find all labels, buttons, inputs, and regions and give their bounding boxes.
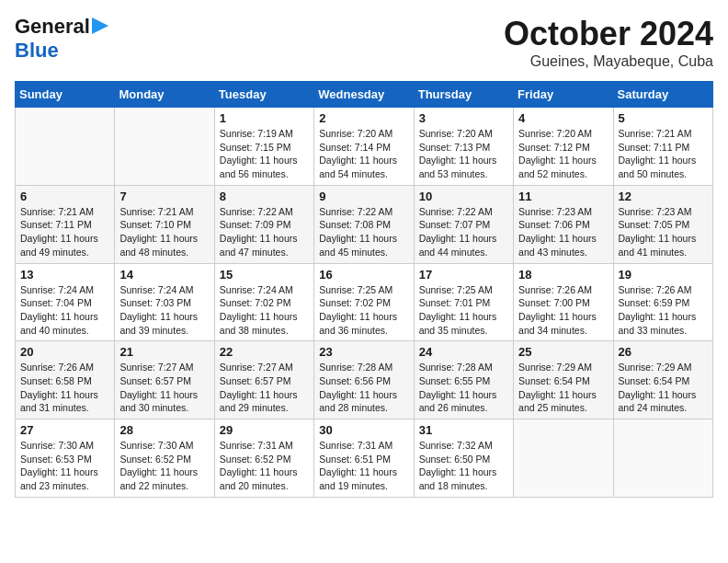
calendar-cell: 11Sunrise: 7:23 AM Sunset: 7:06 PM Dayli… [514, 185, 613, 263]
header-tuesday: Tuesday [214, 82, 313, 108]
calendar-cell: 10Sunrise: 7:22 AM Sunset: 7:07 PM Dayli… [414, 185, 513, 263]
day-info: Sunrise: 7:22 AM Sunset: 7:08 PM Dayligh… [319, 205, 408, 259]
logo-text-blue: Blue [15, 39, 59, 62]
svg-marker-0 [92, 17, 108, 34]
day-info: Sunrise: 7:23 AM Sunset: 7:05 PM Dayligh… [619, 205, 708, 259]
calendar-week-2: 6Sunrise: 7:21 AM Sunset: 7:11 PM Daylig… [16, 185, 713, 263]
day-number: 28 [119, 423, 209, 437]
day-info: Sunrise: 7:23 AM Sunset: 7:06 PM Dayligh… [518, 205, 608, 259]
day-info: Sunrise: 7:31 AM Sunset: 6:52 PM Dayligh… [220, 439, 309, 493]
day-number: 9 [319, 190, 408, 203]
title-area: October 2024 Gueines, Mayabeque, Cuba [504, 15, 713, 70]
day-number: 22 [220, 345, 309, 359]
day-info: Sunrise: 7:27 AM Sunset: 6:57 PM Dayligh… [119, 361, 209, 415]
day-info: Sunrise: 7:20 AM Sunset: 7:14 PM Dayligh… [319, 127, 408, 181]
calendar-cell: 26Sunrise: 7:29 AM Sunset: 6:54 PM Dayli… [613, 341, 712, 419]
day-info: Sunrise: 7:21 AM Sunset: 7:11 PM Dayligh… [20, 205, 109, 259]
day-number: 24 [419, 345, 508, 359]
calendar-cell: 1Sunrise: 7:19 AM Sunset: 7:15 PM Daylig… [214, 108, 313, 186]
calendar-cell [16, 108, 115, 186]
day-info: Sunrise: 7:27 AM Sunset: 6:57 PM Dayligh… [220, 361, 309, 415]
day-info: Sunrise: 7:26 AM Sunset: 6:59 PM Dayligh… [619, 283, 708, 338]
day-number: 11 [518, 190, 608, 203]
day-info: Sunrise: 7:25 AM Sunset: 7:02 PM Dayligh… [319, 283, 408, 338]
calendar-cell: 17Sunrise: 7:25 AM Sunset: 7:01 PM Dayli… [414, 263, 513, 341]
day-info: Sunrise: 7:29 AM Sunset: 6:54 PM Dayligh… [518, 361, 608, 415]
day-info: Sunrise: 7:28 AM Sunset: 6:55 PM Dayligh… [419, 361, 508, 415]
day-info: Sunrise: 7:29 AM Sunset: 6:54 PM Dayligh… [619, 361, 708, 415]
day-number: 13 [20, 268, 109, 282]
month-title: October 2024 [504, 15, 713, 53]
day-info: Sunrise: 7:31 AM Sunset: 6:51 PM Dayligh… [319, 439, 408, 493]
day-number: 18 [518, 268, 608, 282]
header-monday: Monday [115, 82, 214, 108]
day-number: 31 [419, 423, 508, 437]
calendar-cell: 7Sunrise: 7:21 AM Sunset: 7:10 PM Daylig… [115, 185, 214, 263]
calendar-cell: 12Sunrise: 7:23 AM Sunset: 7:05 PM Dayli… [613, 185, 712, 263]
day-number: 19 [619, 268, 708, 282]
calendar-cell: 25Sunrise: 7:29 AM Sunset: 6:54 PM Dayli… [514, 341, 613, 419]
day-number: 4 [518, 111, 608, 125]
day-info: Sunrise: 7:26 AM Sunset: 7:00 PM Dayligh… [518, 283, 608, 338]
calendar-cell: 19Sunrise: 7:26 AM Sunset: 6:59 PM Dayli… [613, 263, 712, 341]
day-number: 26 [619, 345, 708, 359]
day-info: Sunrise: 7:19 AM Sunset: 7:15 PM Dayligh… [220, 127, 309, 181]
header-friday: Friday [514, 82, 613, 108]
day-info: Sunrise: 7:24 AM Sunset: 7:04 PM Dayligh… [20, 283, 109, 338]
day-info: Sunrise: 7:32 AM Sunset: 6:50 PM Dayligh… [419, 439, 508, 493]
day-number: 21 [119, 345, 209, 359]
day-number: 14 [119, 268, 209, 282]
day-number: 16 [319, 268, 408, 282]
day-info: Sunrise: 7:28 AM Sunset: 6:56 PM Dayligh… [319, 361, 408, 415]
calendar-cell: 30Sunrise: 7:31 AM Sunset: 6:51 PM Dayli… [314, 419, 414, 498]
day-info: Sunrise: 7:24 AM Sunset: 7:03 PM Dayligh… [119, 283, 209, 338]
calendar-week-3: 13Sunrise: 7:24 AM Sunset: 7:04 PM Dayli… [16, 263, 713, 341]
calendar-cell: 29Sunrise: 7:31 AM Sunset: 6:52 PM Dayli… [214, 419, 313, 498]
day-number: 7 [119, 190, 209, 203]
calendar-cell: 28Sunrise: 7:30 AM Sunset: 6:52 PM Dayli… [115, 419, 214, 498]
calendar-cell: 23Sunrise: 7:28 AM Sunset: 6:56 PM Dayli… [314, 341, 414, 419]
header-wednesday: Wednesday [314, 82, 414, 108]
day-number: 17 [419, 268, 508, 282]
day-info: Sunrise: 7:20 AM Sunset: 7:13 PM Dayligh… [419, 127, 508, 181]
calendar-cell: 13Sunrise: 7:24 AM Sunset: 7:04 PM Dayli… [16, 263, 115, 341]
calendar-cell: 24Sunrise: 7:28 AM Sunset: 6:55 PM Dayli… [414, 341, 513, 419]
day-info: Sunrise: 7:22 AM Sunset: 7:09 PM Dayligh… [220, 205, 309, 259]
calendar-cell [115, 108, 214, 186]
calendar-cell: 15Sunrise: 7:24 AM Sunset: 7:02 PM Dayli… [214, 263, 313, 341]
day-info: Sunrise: 7:21 AM Sunset: 7:10 PM Dayligh… [119, 205, 209, 259]
calendar-week-5: 27Sunrise: 7:30 AM Sunset: 6:53 PM Dayli… [16, 419, 713, 498]
calendar-header-row: SundayMondayTuesdayWednesdayThursdayFrid… [16, 82, 713, 108]
day-number: 1 [220, 111, 309, 125]
header-saturday: Saturday [613, 82, 712, 108]
calendar-cell: 6Sunrise: 7:21 AM Sunset: 7:11 PM Daylig… [16, 185, 115, 263]
day-number: 20 [20, 345, 109, 359]
day-info: Sunrise: 7:22 AM Sunset: 7:07 PM Dayligh… [419, 205, 508, 259]
calendar-cell: 22Sunrise: 7:27 AM Sunset: 6:57 PM Dayli… [214, 341, 313, 419]
day-info: Sunrise: 7:30 AM Sunset: 6:53 PM Dayligh… [20, 439, 109, 493]
calendar-cell: 4Sunrise: 7:20 AM Sunset: 7:12 PM Daylig… [514, 108, 613, 186]
day-number: 6 [20, 190, 109, 203]
calendar-cell: 8Sunrise: 7:22 AM Sunset: 7:09 PM Daylig… [214, 185, 313, 263]
calendar-table: SundayMondayTuesdayWednesdayThursdayFrid… [15, 81, 713, 498]
calendar-cell: 27Sunrise: 7:30 AM Sunset: 6:53 PM Dayli… [16, 419, 115, 498]
calendar-cell [613, 419, 712, 498]
day-number: 8 [220, 190, 309, 203]
calendar-cell: 31Sunrise: 7:32 AM Sunset: 6:50 PM Dayli… [414, 419, 513, 498]
calendar-cell: 21Sunrise: 7:27 AM Sunset: 6:57 PM Dayli… [115, 341, 214, 419]
location-subtitle: Gueines, Mayabeque, Cuba [504, 53, 713, 70]
calendar-week-1: 1Sunrise: 7:19 AM Sunset: 7:15 PM Daylig… [16, 108, 713, 186]
day-number: 5 [619, 111, 708, 125]
calendar-cell: 3Sunrise: 7:20 AM Sunset: 7:13 PM Daylig… [414, 108, 513, 186]
logo-text-general: General [15, 15, 90, 39]
calendar-week-4: 20Sunrise: 7:26 AM Sunset: 6:58 PM Dayli… [16, 341, 713, 419]
day-number: 12 [619, 190, 708, 203]
calendar-cell: 20Sunrise: 7:26 AM Sunset: 6:58 PM Dayli… [16, 341, 115, 419]
calendar-cell: 16Sunrise: 7:25 AM Sunset: 7:02 PM Dayli… [314, 263, 414, 341]
day-number: 15 [220, 268, 309, 282]
day-number: 23 [319, 345, 408, 359]
day-number: 29 [220, 423, 309, 437]
day-number: 10 [419, 190, 508, 203]
calendar-cell: 2Sunrise: 7:20 AM Sunset: 7:14 PM Daylig… [314, 108, 414, 186]
day-info: Sunrise: 7:26 AM Sunset: 6:58 PM Dayligh… [20, 361, 109, 415]
